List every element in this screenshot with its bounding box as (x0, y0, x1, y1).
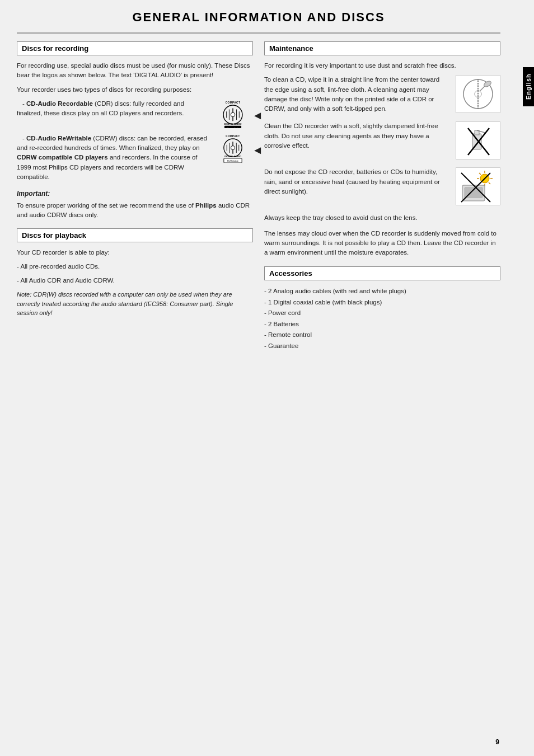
maintenance-body: For recording it is very important to us… (264, 61, 500, 257)
svg-text:COMPACT: COMPACT (226, 135, 240, 138)
cd-cleaning-svg (457, 76, 499, 112)
discs-for-recording-body: For recording use, special audio discs m… (17, 61, 253, 220)
maintenance-text-1: To clean a CD, wipe it in a straight lin… (264, 75, 450, 114)
maintenance-row-2: Clean the CD recorder with a soft, sligh… (264, 121, 500, 159)
cdrw-logo-svg: COMPACT DIGITAL AUDIO (215, 134, 251, 163)
accessories-header: Accessories (264, 266, 500, 280)
svg-line-38 (489, 182, 490, 184)
accessories-body: - 2 Analog audio cables (with red and wh… (264, 286, 500, 351)
important-section: Important: To ensure proper working of t… (17, 189, 253, 220)
accessory-item-6: - Guarantee (264, 341, 500, 352)
cdr-arrow: ◄ (252, 107, 263, 124)
accessory-item-1: - 2 Analog audio cables (with red and wh… (264, 286, 500, 297)
svg-point-7 (231, 112, 235, 117)
cdrw-arrow: ◄ (252, 142, 263, 158)
maintenance-row-1: To clean a CD, wipe it in a straight lin… (264, 75, 500, 114)
maintenance-image-3 (456, 167, 500, 205)
svg-text:DIGITAL AUDIO: DIGITAL AUDIO (224, 155, 241, 158)
main-content: Discs for recording For recording use, s… (0, 34, 534, 368)
accessory-item-2: - 1 Digital coaxial cable (with black pl… (264, 297, 500, 308)
playback-item2: - All Audio CDR and Audio CDRW. (17, 276, 253, 285)
cdrw-text: - CD-Audio ReWritable (CDRW) discs: can … (17, 134, 208, 182)
svg-text:DIGITAL AUDIO: DIGITAL AUDIO (224, 123, 242, 125)
recording-intro: For recording use, special audio discs m… (17, 61, 253, 81)
maintenance-image-1 (456, 75, 500, 113)
cdr-text: - CD-Audio Recordable (CDR) discs: fully… (17, 99, 208, 119)
accessory-item-4: - 2 Batteries (264, 319, 500, 330)
page: GENERAL INFORMATION AND DISCS English Di… (0, 0, 534, 756)
accessory-item-3: - Power cord (264, 308, 500, 319)
discs-for-playback-body: Your CD recorder is able to play: - All … (17, 248, 253, 318)
playback-item1: - All pre-recorded audio CDs. (17, 262, 253, 271)
cdr-label-text: - CD-Audio Recordable (CDR) discs: fully… (17, 100, 184, 116)
page-title: GENERAL INFORMATION AND DISCS (0, 0, 534, 32)
svg-line-26 (480, 86, 485, 91)
svg-line-37 (479, 173, 481, 175)
maintenance-intro: For recording it is very important to us… (264, 61, 500, 71)
no-heat-svg (457, 168, 499, 204)
svg-text:ReWritable: ReWritable (227, 159, 239, 162)
maintenance-text-3: Do not expose the CD recorder, batteries… (264, 167, 450, 196)
right-column: Maintenance For recording it is very imp… (264, 41, 500, 360)
accessory-item-5: - Remote control (264, 330, 500, 341)
cdrw-logo: COMPACT DIGITAL AUDIO (213, 134, 253, 163)
cdrw-item: - CD-Audio ReWritable (CDRW) discs: can … (17, 134, 253, 182)
cdr-item: - CD-Audio Recordable (CDR) discs: fully… (17, 99, 253, 128)
left-column: Discs for recording For recording use, s… (17, 41, 253, 360)
playback-intro: Your CD recorder is able to play: (17, 248, 253, 257)
recording-types-intro: Your recorder uses two types of discs fo… (17, 85, 253, 95)
discs-for-recording-header: Discs for recording (17, 41, 253, 55)
cdr-logo: COMPACT DIGITAL AUDIO (213, 99, 253, 128)
maintenance-header: Maintenance (264, 41, 500, 55)
maintenance-text-4: Always keep the tray closed to avoid dus… (264, 213, 500, 223)
maintenance-text-2: Clean the CD recorder with a soft, sligh… (264, 121, 450, 151)
cdr-logo-svg: COMPACT DIGITAL AUDIO (215, 99, 251, 128)
important-text: To ensure proper working of the set we r… (17, 201, 253, 220)
page-number: 9 (495, 738, 499, 746)
important-label: Important: (17, 189, 253, 199)
svg-text:Recordable: Recordable (227, 127, 239, 128)
maintenance-image-2 (456, 121, 500, 159)
discs-for-playback-header: Discs for playback (17, 228, 253, 242)
svg-text:COMPACT: COMPACT (226, 101, 241, 104)
maintenance-text-5: The lenses may cloud over when the CD re… (264, 229, 500, 258)
playback-note: Note: CDR(W) discs recorded with a compu… (17, 290, 253, 318)
maintenance-row-3: Do not expose the CD recorder, batteries… (264, 167, 500, 205)
no-spray-svg (457, 123, 499, 158)
svg-point-18 (231, 145, 235, 149)
